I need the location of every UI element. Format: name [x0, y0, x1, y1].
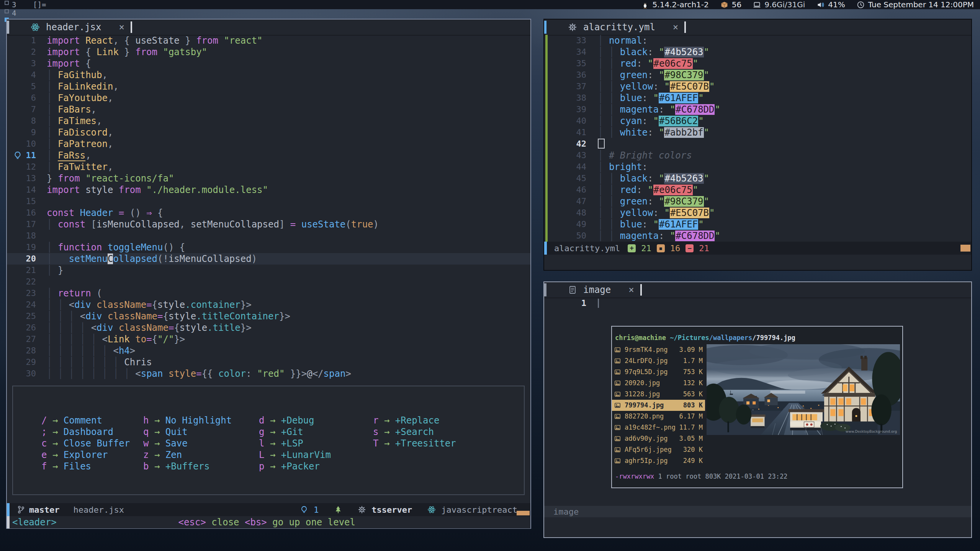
code-line-1[interactable]: 1 — [544, 298, 971, 309]
command-line[interactable] — [544, 255, 971, 267]
file-row-AFq5r6j.jpeg[interactable]: AFq5r6j.jpeg320 K — [612, 444, 705, 455]
code-line-42[interactable]: 42 — [544, 138, 971, 150]
whichkey-binding-p[interactable]: p → +Packer — [259, 461, 331, 472]
tab-close-icon[interactable]: × — [119, 22, 124, 33]
volume-module[interactable]: 41% — [816, 0, 845, 9]
whichkey-binding-g[interactable]: g → +Git — [259, 426, 331, 438]
code-action-bulb-icon[interactable] — [13, 150, 22, 160]
workspace-button-3[interactable]: 3 — [5, 0, 27, 9]
scrollbar-position-mark[interactable] — [517, 511, 530, 515]
code-line-33[interactable]: 33│ normal: — [544, 35, 971, 46]
whichkey-binding-w[interactable]: w → Save — [143, 438, 232, 449]
whichkey-binding-f[interactable]: f → Files — [41, 461, 130, 472]
file-row-9rsmTK4.png[interactable]: 9rsmTK4.png3.09 M — [612, 344, 705, 355]
tab-image[interactable]: image × — [544, 284, 634, 295]
code-line-39[interactable]: 39│ │ magenta: "#C678DD" — [544, 104, 971, 115]
whichkey-binding-T[interactable]: T → +Treesitter — [373, 438, 456, 449]
code-line-21[interactable]: 21│ } — [7, 265, 530, 276]
whichkey-binding-e[interactable]: e → Explorer — [41, 449, 130, 461]
whichkey-binding-b[interactable]: b → +Buffers — [143, 461, 232, 472]
command-line[interactable] — [544, 517, 971, 530]
code-line-41[interactable]: 41│ │ white: "#abb2bf" — [544, 127, 971, 138]
file-row-ad6v90y.jpg[interactable]: ad6v90y.jpg3.05 M — [612, 433, 705, 444]
code-line-30[interactable]: 30│ │ │ │ │ │ │ │ <span style={{ color: … — [7, 368, 530, 379]
whichkey-binding-s[interactable]: s → +Search — [373, 426, 456, 438]
git-branch-name[interactable]: master — [29, 505, 59, 515]
tab-alacritty-yml[interactable]: alacritty.yml × — [544, 22, 678, 33]
code-line-45[interactable]: 45│ │ black: "#4b5263" — [544, 173, 971, 184]
whichkey-binding-q[interactable]: q → Quit — [143, 426, 232, 438]
code-line-44[interactable]: 44│ bright: — [544, 161, 971, 173]
code-line-20[interactable]: 20│ setMenuCollapsed(!isMenuCollapsed) — [7, 253, 530, 265]
code-line-35[interactable]: 35│ │ red: "#e06c75" — [544, 58, 971, 69]
file-row-a19c482f~.png[interactable]: a19c482f~.png11.7 M — [612, 422, 705, 433]
code-buffer[interactable]: 1import React, { useState } from "react"… — [7, 35, 530, 379]
code-line-14[interactable]: 14import style from "./header.module.les… — [7, 184, 530, 196]
code-line-6[interactable]: 6│ FaYoutube, — [7, 92, 530, 104]
command-line[interactable]: <leader> <esc> close <bs> go up one leve… — [7, 516, 530, 528]
code-line-34[interactable]: 34│ │ black: "#4b5263" — [544, 46, 971, 58]
code-line-48[interactable]: 48│ │ yellow: "#E5C07B" — [544, 207, 971, 219]
code-line-47[interactable]: 47│ │ green: "#98C379" — [544, 196, 971, 207]
code-line-13[interactable]: 13} from "react-icons/fa" — [7, 173, 530, 184]
code-line-36[interactable]: 36│ │ green: "#98C379" — [544, 69, 971, 81]
code-line-49[interactable]: 49│ │ blue: "#61AFEF" — [544, 219, 971, 230]
code-line-7[interactable]: 7│ FaBars, — [7, 104, 530, 115]
whichkey-binding-/[interactable]: / → Comment — [41, 415, 130, 426]
whichkey-binding-h[interactable]: h → No Highlight — [143, 415, 232, 426]
whichkey-binding-;[interactable]: ; → Dashboard — [41, 426, 130, 438]
code-line-11[interactable]: 11│ FaRss, — [7, 150, 530, 161]
code-line-10[interactable]: 10│ FaPatreon, — [7, 138, 530, 150]
whichkey-binding-z[interactable]: z → Zen — [143, 449, 232, 461]
code-line-8[interactable]: 8│ FaTimes, — [7, 115, 530, 127]
code-line-1[interactable]: 1import React, { useState } from "react" — [7, 35, 530, 46]
whichkey-binding-d[interactable]: d → +Debug — [259, 415, 331, 426]
code-line-23[interactable]: 23│ return ( — [7, 288, 530, 299]
file-row-97q9L5D.jpg[interactable]: 97q9L5D.jpg753 K — [612, 366, 705, 378]
code-line-9[interactable]: 9│ FaDiscord, — [7, 127, 530, 138]
code-line-40[interactable]: 40│ │ cyan: "#56B6C2" — [544, 115, 971, 127]
code-line-16[interactable]: 16const Header = () ⇒ { — [7, 207, 530, 219]
code-line-24[interactable]: 24│ │ <div className={style.container}> — [7, 299, 530, 311]
code-line-18[interactable]: 18 — [7, 230, 530, 242]
code-line-26[interactable]: 26│ │ │ │ <div className={style.title}> — [7, 322, 530, 334]
code-line-5[interactable]: 5│ FaLinkedin, — [7, 81, 530, 92]
code-line-15[interactable]: 15 — [7, 196, 530, 207]
file-row-799794.jpg[interactable]: 799794.jpg803 K — [612, 400, 705, 411]
whichkey-binding-r[interactable]: r → +Replace — [373, 415, 456, 426]
code-line-29[interactable]: 29│ │ │ │ │ │ │ Chris — [7, 356, 530, 368]
code-line-46[interactable]: 46│ │ red: "#e06c75" — [544, 184, 971, 196]
code-line-19[interactable]: 19│ function toggleMenu() { — [7, 242, 530, 253]
file-row-882720.png[interactable]: 882720.png6.17 M — [612, 411, 705, 422]
code-line-38[interactable]: 38│ │ blue: "#61AFEF" — [544, 92, 971, 104]
file-row-31228.jpg[interactable]: 31228.jpg563 K — [612, 389, 705, 400]
code-buffer[interactable]: 1 — [544, 298, 971, 309]
code-line-12[interactable]: 12│ FaTwitter, — [7, 161, 530, 173]
whichkey-binding-c[interactable]: c → Close Buffer — [41, 438, 130, 449]
code-line-4[interactable]: 4│ FaGithub, — [7, 69, 530, 81]
code-line-25[interactable]: 25│ │ │ <div className={style.titleConta… — [7, 311, 530, 322]
code-line-17[interactable]: 17│ const [isMenuCollapsed, setMenuColla… — [7, 219, 530, 230]
file-row-aghr5Ip.jpg[interactable]: aghr5Ip.jpg249 K — [612, 455, 705, 466]
layout-indicator[interactable]: []= — [33, 0, 46, 9]
code-line-50[interactable]: 50│ │ magenta: "#C678DD" — [544, 230, 971, 242]
tab-close-icon[interactable]: × — [628, 284, 634, 295]
code-buffer[interactable]: 33│ normal:34│ │ black: "#4b5263"35│ │ r… — [544, 35, 971, 242]
tabline-cursor — [640, 284, 642, 296]
code-line-2[interactable]: 2import { Link } from "gatsby" — [7, 46, 530, 58]
tab-close-icon[interactable]: × — [673, 22, 678, 33]
code-line-43[interactable]: 43│ # Bright colors — [544, 150, 971, 161]
code-line-28[interactable]: 28│ │ │ │ │ │ <h4> — [7, 345, 530, 356]
code-line-3[interactable]: 3import { — [7, 58, 530, 69]
tab-header-jsx[interactable]: header.jsx × — [7, 22, 124, 33]
code-line-37[interactable]: 37│ │ yellow: "#E5C07B" — [544, 81, 971, 92]
scrollbar-position-mark[interactable] — [960, 245, 970, 252]
workspace-button-4[interactable]: 4 — [5, 9, 27, 17]
code-line-27[interactable]: 27│ │ │ │ │ <Link to={"/"}> — [7, 334, 530, 345]
whichkey-binding-l[interactable]: l → +LSP — [259, 438, 331, 449]
whichkey-binding-L[interactable]: L → +LunarVim — [259, 449, 331, 461]
file-row-20920.jpg[interactable]: 20920.jpg132 K — [612, 378, 705, 389]
file-row-24LrDFQ.jpg[interactable]: 24LrDFQ.jpg1.7 M — [612, 355, 705, 366]
code-line-22[interactable]: 22 — [7, 276, 530, 288]
document-icon — [568, 285, 577, 294]
